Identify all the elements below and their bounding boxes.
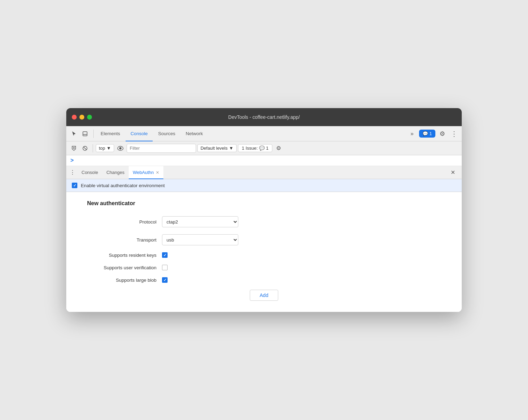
more-options-icon[interactable]: ⋮: [449, 129, 459, 139]
bottom-tabbar: ⋮ Console Changes WebAuthn ✕ ✕: [66, 166, 462, 179]
window-title: DevTools - coffee-cart.netlify.app/: [228, 114, 300, 120]
tab-console[interactable]: Console: [126, 126, 153, 141]
titlebar: DevTools - coffee-cart.netlify.app/: [66, 108, 462, 126]
main-tabbar: Elements Console Sources Network » 💬 1 ⚙…: [66, 126, 462, 141]
enable-authenticator-label: Enable virtual authenticator environment: [81, 183, 165, 188]
transport-label: Transport: [87, 237, 156, 243]
protocol-label: Protocol: [87, 219, 156, 225]
bottom-tab-webauthn[interactable]: WebAuthn ✕: [129, 166, 163, 179]
console-toolbar: top ▼ Default levels ▼ 1 Issue: 💬 1 ⚙: [66, 141, 462, 155]
toolbar-divider: [93, 144, 93, 152]
issue-msg-icon: 💬: [259, 146, 265, 151]
tab-sources[interactable]: Sources: [153, 126, 180, 141]
close-tab-icon[interactable]: ✕: [156, 170, 159, 175]
dropdown-arrow-icon: ▼: [229, 146, 233, 151]
protocol-row: Protocol ctap2 u2f: [87, 216, 441, 227]
bottom-tab-console[interactable]: Console: [77, 166, 102, 179]
bottom-panel: ⋮ Console Changes WebAuthn ✕ ✕ Enable vi…: [66, 166, 462, 312]
block-icon[interactable]: [80, 143, 90, 153]
console-prompt-area: >: [66, 155, 462, 166]
new-authenticator-section: New authenticator Protocol ctap2 u2f Tra…: [66, 192, 462, 312]
webauthn-panel: Enable virtual authenticator environment…: [66, 179, 462, 312]
context-selector[interactable]: top ▼: [96, 144, 114, 152]
user-verification-label: Supports user verification: [87, 265, 156, 270]
svg-rect-0: [83, 132, 87, 136]
protocol-select[interactable]: ctap2 u2f: [162, 216, 238, 227]
settings-icon[interactable]: ⚙: [437, 129, 447, 139]
maximize-button[interactable]: [87, 115, 92, 120]
bottom-tab-changes[interactable]: Changes: [102, 166, 129, 179]
dock-icon[interactable]: [80, 129, 90, 139]
large-blob-checkbox[interactable]: [162, 277, 168, 283]
tabbar-right: » 💬 1 ⚙ ⋮: [407, 129, 459, 139]
enable-authenticator-bar: Enable virtual authenticator environment: [66, 179, 462, 192]
transport-select[interactable]: usb nfc ble internal: [162, 234, 238, 245]
issues-badge[interactable]: 💬 1: [419, 130, 435, 138]
eye-icon[interactable]: [116, 143, 125, 153]
issues-count-badge[interactable]: 1 Issue: 💬 1: [238, 144, 272, 152]
dropdown-arrow-icon: ▼: [107, 146, 111, 151]
bottom-tab-menu-icon[interactable]: ⋮: [68, 168, 77, 177]
svg-line-6: [84, 147, 87, 150]
clear-console-icon[interactable]: [69, 143, 79, 153]
resident-keys-checkbox[interactable]: [162, 252, 168, 258]
devtools-window: DevTools - coffee-cart.netlify.app/ Elem…: [66, 108, 462, 312]
large-blob-row: Supports large blob: [87, 277, 441, 283]
large-blob-label: Supports large blob: [87, 278, 156, 283]
add-authenticator-button[interactable]: Add: [250, 290, 279, 301]
divider: [93, 130, 94, 138]
user-verification-checkbox[interactable]: [162, 265, 168, 270]
more-tabs-button[interactable]: »: [407, 129, 417, 139]
resident-keys-row: Supports resident keys: [87, 252, 441, 258]
minimize-button[interactable]: [79, 115, 84, 120]
tab-network[interactable]: Network: [181, 126, 208, 141]
transport-row: Transport usb nfc ble internal: [87, 234, 441, 245]
console-settings-icon[interactable]: ⚙: [274, 143, 283, 153]
cursor-icon[interactable]: [69, 129, 79, 139]
section-title: New authenticator: [87, 200, 441, 207]
tab-elements[interactable]: Elements: [96, 126, 125, 141]
resident-keys-label: Supports resident keys: [87, 253, 156, 258]
log-level-selector[interactable]: Default levels ▼: [197, 144, 237, 152]
issues-icon: 💬: [423, 131, 428, 136]
add-button-container: Add: [87, 290, 441, 301]
close-button[interactable]: [72, 115, 77, 120]
traffic-lights: [72, 115, 92, 120]
prompt-chevron-icon[interactable]: >: [70, 157, 74, 164]
enable-authenticator-checkbox[interactable]: [72, 183, 77, 188]
tabbar-icons: [69, 129, 90, 139]
filter-input[interactable]: [127, 144, 196, 153]
close-bottom-panel-icon[interactable]: ✕: [448, 168, 458, 177]
svg-point-8: [119, 147, 121, 149]
user-verification-row: Supports user verification: [87, 265, 441, 270]
